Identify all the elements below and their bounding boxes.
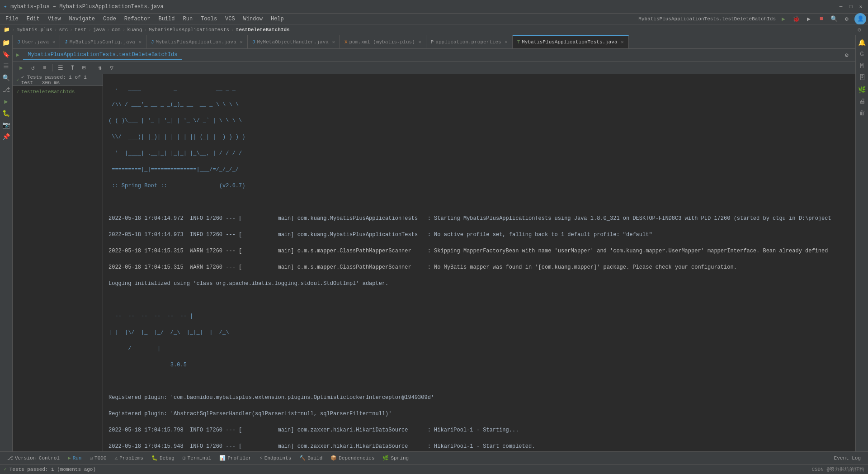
right-sidebar-spring[interactable]: 🌿 bbox=[857, 84, 868, 95]
right-sidebar-maven[interactable]: M bbox=[857, 61, 868, 71]
menu-navigate[interactable]: Navigate bbox=[65, 15, 99, 23]
dependencies-icon: 📦 bbox=[330, 455, 337, 461]
right-sidebar-database[interactable]: 🗄 bbox=[857, 72, 868, 83]
right-sidebar-notification[interactable]: 🔔 bbox=[857, 37, 868, 48]
sidebar-bookmark-icon[interactable]: 🔖 bbox=[1, 49, 12, 60]
tab-mybatisconfig[interactable]: J MyBatisPlusConfig.java ✕ bbox=[60, 35, 146, 48]
menu-file[interactable]: File bbox=[2, 15, 22, 23]
bottom-tab-endpoints[interactable]: ⚡ Endpoints bbox=[256, 454, 295, 462]
tab-label: MyMetaObjectHandler.java bbox=[257, 39, 328, 45]
breadcrumb-src[interactable]: src bbox=[59, 27, 68, 33]
event-log-tab[interactable]: Event Log bbox=[830, 455, 864, 462]
spring-icon: 🌿 bbox=[382, 455, 389, 461]
menu-view[interactable]: View bbox=[44, 15, 65, 23]
filter-button[interactable]: ▽ bbox=[107, 63, 117, 73]
close-tab-config[interactable]: ✕ bbox=[139, 39, 142, 45]
bottom-tab-spring[interactable]: 🌿 Spring bbox=[379, 454, 412, 462]
sidebar-camera-icon[interactable]: 📷 bbox=[1, 119, 12, 130]
bottom-tab-run[interactable]: ▶ Run bbox=[64, 454, 85, 462]
console-line: Registered plugin: 'com.baomidou.mybatis… bbox=[108, 393, 850, 402]
tab-application[interactable]: J MybatisPlusApplication.java ✕ bbox=[146, 35, 248, 48]
menu-code[interactable]: Code bbox=[99, 15, 120, 23]
menu-tools[interactable]: Tools bbox=[197, 15, 221, 23]
window-controls[interactable]: ─ □ ✕ bbox=[837, 3, 864, 10]
console-line: ' |____| .__|_| |_|_| |_\__, | / / / / bbox=[108, 149, 850, 157]
breadcrumb-method[interactable]: testDeleteBatchIds bbox=[236, 27, 290, 33]
sidebar-run-icon[interactable]: ▶ bbox=[1, 96, 12, 107]
tab-tests[interactable]: T MybatisPlusApplicationTests.java ✕ bbox=[513, 35, 629, 48]
maximize-button[interactable]: □ bbox=[847, 3, 854, 10]
test-suite-item[interactable]: ✓ testDeleteBatchIds bbox=[14, 88, 101, 95]
rerun-button[interactable]: ▶ bbox=[16, 63, 26, 73]
spring-label: Spring bbox=[391, 455, 409, 461]
bottom-tab-profiler[interactable]: 📊 Profiler bbox=[216, 454, 255, 462]
scroll-to-top[interactable]: ⤒ bbox=[67, 63, 77, 73]
bottom-tab-vcs[interactable]: ⎇ Version Control bbox=[4, 454, 63, 462]
close-tab-user[interactable]: ✕ bbox=[52, 39, 55, 45]
test-pass-icon: ✓ bbox=[16, 89, 19, 95]
menu-run[interactable]: Run bbox=[179, 15, 196, 23]
menu-refactor[interactable]: Refactor bbox=[121, 15, 154, 23]
bottom-tab-terminal[interactable]: ⊞ Terminal bbox=[179, 454, 215, 462]
menu-build[interactable]: Build bbox=[155, 15, 178, 23]
menu-help[interactable]: Help bbox=[267, 15, 288, 23]
breadcrumb-class[interactable]: MybatisPlusApplicationTests bbox=[149, 27, 229, 33]
search-button-top[interactable]: 🔍 bbox=[829, 14, 839, 24]
breadcrumb-kuang[interactable]: kuang bbox=[127, 27, 142, 33]
close-button[interactable]: ✕ bbox=[857, 3, 864, 10]
minimize-button[interactable]: ─ bbox=[837, 3, 844, 10]
rerun-failed-button[interactable]: ↺ bbox=[28, 63, 38, 73]
close-tab-props[interactable]: ✕ bbox=[505, 39, 508, 45]
settings-icon[interactable]: ⚙ bbox=[854, 25, 864, 35]
sidebar-pin-icon[interactable]: 📌 bbox=[1, 131, 12, 142]
right-sidebar-delete[interactable]: 🗑 bbox=[857, 108, 868, 118]
run-tab-run[interactable]: MybatisPlusApplicationTests.testDeleteBa… bbox=[23, 51, 182, 60]
breadcrumb-com[interactable]: com bbox=[112, 27, 121, 33]
tab-metahandler[interactable]: J MyMetaObjectHandler.java ✕ bbox=[248, 35, 340, 48]
settings-button-top[interactable]: ⚙ bbox=[842, 14, 852, 24]
sidebar-git-icon[interactable]: ⎇ bbox=[1, 84, 12, 95]
console-line: 2022-05-18 17:04:14.973 INFO 17260 --- [… bbox=[108, 231, 850, 239]
debug-button-top[interactable]: 🐞 bbox=[791, 14, 801, 24]
bottom-tab-todo[interactable]: ☑ TODO bbox=[86, 454, 110, 462]
run-toolbar: ▶ ↺ ■ ☰ ⤒ ⊞ ⇅ ▽ bbox=[13, 62, 855, 74]
run-config-label: MybatisPlusApplicationTests.testDeleteBa… bbox=[638, 16, 776, 22]
tree-view-button[interactable]: ☰ bbox=[56, 63, 66, 73]
close-tab-meta[interactable]: ✕ bbox=[332, 39, 335, 45]
breadcrumb-java[interactable]: java bbox=[93, 27, 105, 33]
bottom-tab-build[interactable]: 🔨 Build bbox=[296, 454, 326, 462]
console-line: . ____ _ __ _ _ bbox=[108, 84, 850, 92]
run-settings-icon[interactable]: ⚙ bbox=[842, 50, 852, 60]
tab-pom[interactable]: X pom.xml (mybatis-plus) ✕ bbox=[340, 35, 426, 48]
bottom-tab-debug[interactable]: 🐛 Debug bbox=[148, 454, 178, 462]
breadcrumb-test[interactable]: test bbox=[75, 27, 86, 33]
sidebar-structure-icon[interactable]: ☰ bbox=[1, 61, 12, 71]
title-text: ✦ mybatis-plus – MybatisPlusApplicationT… bbox=[4, 3, 164, 10]
console-output[interactable]: . ____ _ __ _ _ /\\ / ___'_ __ _ _(_)_ _… bbox=[103, 74, 855, 451]
tab-label: MybatisPlusApplication.java bbox=[156, 39, 236, 45]
menu-edit[interactable]: Edit bbox=[23, 15, 43, 23]
user-avatar[interactable]: 👤 bbox=[854, 13, 866, 25]
tab-user-java[interactable]: J User.java ✕ bbox=[13, 35, 60, 48]
close-tab-tests[interactable]: ✕ bbox=[621, 39, 623, 45]
menu-vcs[interactable]: VCS bbox=[222, 15, 239, 23]
sidebar-search-icon[interactable]: 🔍 bbox=[1, 72, 12, 83]
sidebar-debug-icon[interactable]: 🐛 bbox=[1, 108, 12, 118]
tab-properties[interactable]: P application.properties ✕ bbox=[426, 35, 513, 48]
run-coverage-button[interactable]: ▶ bbox=[804, 14, 814, 24]
run-button-top[interactable]: ▶ bbox=[778, 14, 788, 24]
right-sidebar-print[interactable]: 🖨 bbox=[857, 96, 868, 107]
sidebar-project-icon[interactable]: 📁 bbox=[1, 37, 12, 48]
file-tabs: J User.java ✕ J MyBatisPlusConfig.java ✕… bbox=[13, 35, 855, 49]
bottom-tab-dependencies[interactable]: 📦 Dependencies bbox=[327, 454, 378, 462]
menu-window[interactable]: Window bbox=[240, 15, 266, 23]
close-tab-app[interactable]: ✕ bbox=[240, 39, 243, 45]
right-sidebar-gradle[interactable]: G bbox=[857, 49, 868, 60]
expand-all[interactable]: ⊞ bbox=[79, 63, 89, 73]
sort-alpha[interactable]: ⇅ bbox=[95, 63, 105, 73]
breadcrumb-mybatis[interactable]: mybatis-plus bbox=[17, 27, 52, 33]
stop-run-button[interactable]: ■ bbox=[40, 63, 50, 73]
close-tab-pom[interactable]: ✕ bbox=[419, 39, 421, 45]
stop-button-top[interactable]: ■ bbox=[816, 14, 826, 24]
bottom-tab-problems[interactable]: ⚠ Problems bbox=[111, 454, 147, 462]
